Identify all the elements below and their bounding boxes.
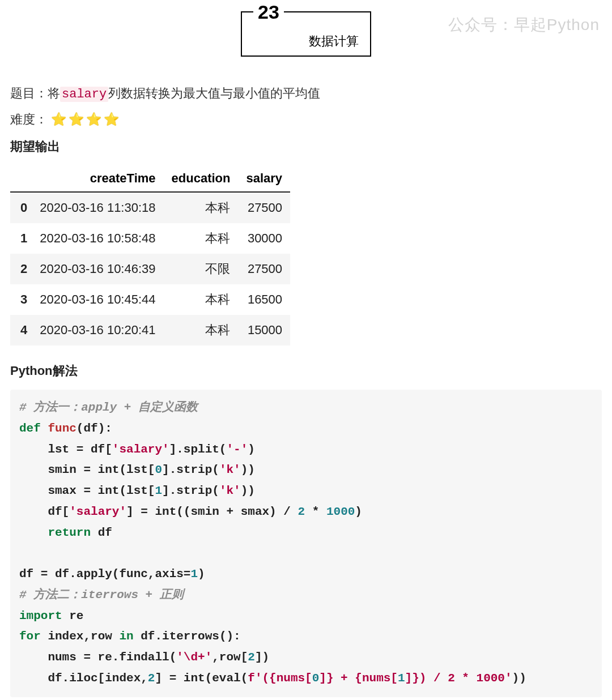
table-cell-index: 4 xyxy=(10,315,32,345)
star-icon: ⭐ xyxy=(104,112,121,127)
difficulty-label: 难度： xyxy=(10,112,48,126)
table-cell-index: 0 xyxy=(10,192,32,223)
code-text: index,row xyxy=(41,630,120,643)
code-block: # 方法一：apply + 自定义函数 def func(df): lst = … xyxy=(10,390,602,697)
code-number: 0 xyxy=(155,463,162,476)
code-text: ) xyxy=(248,443,255,456)
code-keyword: return xyxy=(48,526,91,539)
code-text: df.iloc[index, xyxy=(19,672,148,685)
code-keyword: in xyxy=(119,630,133,643)
code-number: 2 xyxy=(148,672,155,685)
table-row: 1 2020-03-16 10:58:48 本科 30000 xyxy=(10,223,290,254)
code-number: 1000 xyxy=(326,505,355,518)
code-text: ] = int((smin + smax) / xyxy=(126,505,298,518)
table-cell-education: 本科 xyxy=(164,192,239,223)
code-keyword: for xyxy=(19,630,41,643)
code-fstring: ]}) / 2 * 1000' xyxy=(405,672,512,685)
table-row: 4 2020-03-16 10:20:41 本科 15000 xyxy=(10,315,290,345)
code-string: 'k' xyxy=(219,484,241,497)
problem-prefix: 将 xyxy=(48,86,60,100)
table-header-salary: salary xyxy=(238,165,290,192)
code-text: nums = re.findall( xyxy=(19,651,176,664)
star-icon: ⭐ xyxy=(69,112,86,127)
code-text: )) xyxy=(241,484,255,497)
table-header-row: createTime education salary xyxy=(10,165,290,192)
star-icon: ⭐ xyxy=(86,112,104,127)
code-text: re xyxy=(62,609,84,622)
code-text: ) xyxy=(355,505,362,518)
table-cell-salary: 30000 xyxy=(238,223,290,254)
table-row: 3 2020-03-16 10:45:44 本科 16500 xyxy=(10,284,290,315)
table-cell-index: 2 xyxy=(10,254,32,284)
code-fstring: f'({nums[ xyxy=(248,672,312,685)
code-number: 0 xyxy=(312,672,320,685)
problem-inline-code: salary xyxy=(60,87,108,102)
table-row: 0 2020-03-16 11:30:18 本科 27500 xyxy=(10,192,290,223)
table-cell-salary: 16500 xyxy=(238,284,290,315)
code-number: 2 xyxy=(298,505,305,518)
code-text: smax = int(lst[ xyxy=(19,484,155,497)
title-text: 数据计算 xyxy=(309,33,359,50)
table-cell-salary: 27500 xyxy=(238,254,290,284)
table-cell-education: 本科 xyxy=(164,223,239,254)
problem-label: 题目： xyxy=(10,86,48,100)
code-text: ].strip( xyxy=(162,463,219,476)
table-header-index xyxy=(10,165,32,192)
code-string: 'salary' xyxy=(112,443,169,456)
code-string: 'k' xyxy=(219,463,241,476)
code-string: 'salary' xyxy=(69,505,126,518)
code-text: ] = int(eval( xyxy=(155,672,248,685)
code-keyword: import xyxy=(19,609,62,622)
title-box: 23 数据计算 xyxy=(241,11,371,57)
problem-row: 题目：将salary列数据转换为最大值与最小值的平均值 xyxy=(10,85,602,102)
output-table: createTime education salary 0 2020-03-16… xyxy=(10,165,290,345)
table-cell-createTime: 2020-03-16 10:58:48 xyxy=(32,223,163,254)
difficulty-row: 难度： ⭐⭐⭐⭐ xyxy=(10,111,602,128)
code-text: )) xyxy=(512,672,526,685)
code-text: ) xyxy=(198,567,205,581)
code-fstring: ]} + {nums[ xyxy=(319,672,398,685)
table-cell-createTime: 2020-03-16 10:46:39 xyxy=(32,254,163,284)
code-text: ].split( xyxy=(169,443,227,456)
table-cell-salary: 15000 xyxy=(238,315,290,345)
code-number: 1 xyxy=(155,484,162,497)
table-cell-salary: 27500 xyxy=(238,192,290,223)
table-cell-education: 本科 xyxy=(164,315,239,345)
code-text: ]) xyxy=(255,651,269,664)
title-number: 23 xyxy=(253,1,284,23)
table-cell-createTime: 2020-03-16 10:20:41 xyxy=(32,315,163,345)
watermark: 公众号：早起Python xyxy=(448,14,600,36)
expected-output-label: 期望输出 xyxy=(10,138,602,155)
code-number: 1 xyxy=(398,672,405,685)
table-cell-education: 不限 xyxy=(164,254,239,284)
table-cell-education: 本科 xyxy=(164,284,239,315)
code-text: df[ xyxy=(19,505,69,518)
code-comment: # 方法二：iterrows + 正则 xyxy=(19,588,184,601)
code-string: '\d+' xyxy=(176,651,212,664)
problem-suffix: 列数据转换为最大值与最小值的平均值 xyxy=(108,86,320,100)
code-text: df.iterrows(): xyxy=(134,630,241,643)
solution-label: Python解法 xyxy=(10,362,602,379)
code-text: )) xyxy=(241,463,255,476)
code-text: df = df.apply(func,axis= xyxy=(19,567,190,581)
code-string: '-' xyxy=(226,443,248,456)
table-cell-createTime: 2020-03-16 10:45:44 xyxy=(32,284,163,315)
star-icon: ⭐ xyxy=(51,112,69,127)
code-text: lst = df[ xyxy=(19,443,112,456)
code-text: * xyxy=(305,505,326,518)
code-text: smin = int(lst[ xyxy=(19,463,155,476)
table-cell-index: 3 xyxy=(10,284,32,315)
code-text: ,row[ xyxy=(212,651,248,664)
code-number: 2 xyxy=(248,651,255,664)
code-text: (df): xyxy=(76,422,112,435)
code-number: 1 xyxy=(190,567,198,581)
table-header-createTime: createTime xyxy=(32,165,163,192)
code-text: ].strip( xyxy=(162,484,219,497)
code-text: df xyxy=(91,526,112,539)
code-comment: # 方法一：apply + 自定义函数 xyxy=(19,401,198,414)
table-cell-createTime: 2020-03-16 11:30:18 xyxy=(32,192,163,223)
difficulty-stars: ⭐⭐⭐⭐ xyxy=(51,112,121,126)
table-cell-index: 1 xyxy=(10,223,32,254)
code-function-name: func xyxy=(48,422,76,435)
table-row: 2 2020-03-16 10:46:39 不限 27500 xyxy=(10,254,290,284)
